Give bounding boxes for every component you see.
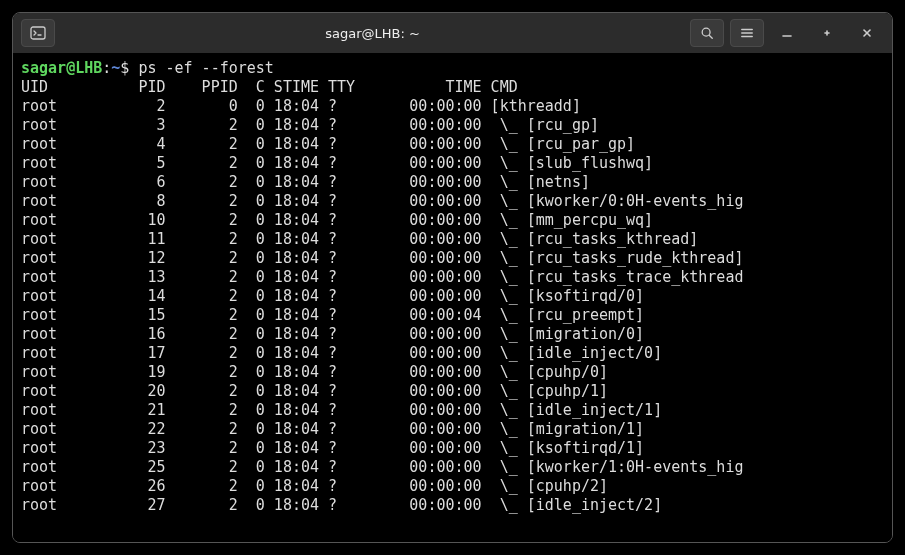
ps-row: root 15 2 0 18:04 ? 00:00:04 \_ [rcu_pre…: [21, 306, 884, 325]
ps-row: root 17 2 0 18:04 ? 00:00:00 \_ [idle_in…: [21, 344, 884, 363]
ps-row: root 21 2 0 18:04 ? 00:00:00 \_ [idle_in…: [21, 401, 884, 420]
maximize-icon: [821, 27, 833, 39]
command-text: ps -ef --forest: [138, 59, 273, 77]
svg-rect-0: [31, 27, 45, 39]
ps-row: root 14 2 0 18:04 ? 00:00:00 \_ [ksoftir…: [21, 287, 884, 306]
window-title: sagar@LHB: ~: [61, 26, 684, 41]
ps-row: root 13 2 0 18:04 ? 00:00:00 \_ [rcu_tas…: [21, 268, 884, 287]
terminal-icon: [30, 25, 46, 41]
new-tab-button[interactable]: [21, 19, 55, 47]
ps-row: root 23 2 0 18:04 ? 00:00:00 \_ [ksoftir…: [21, 439, 884, 458]
prompt-line: sagar@LHB:~$ ps -ef --forest: [21, 59, 884, 78]
close-button[interactable]: [850, 19, 884, 47]
ps-row: root 5 2 0 18:04 ? 00:00:00 \_ [slub_flu…: [21, 154, 884, 173]
titlebar: sagar@LHB: ~: [13, 13, 892, 53]
prompt-dollar: $: [120, 59, 138, 77]
ps-row: root 20 2 0 18:04 ? 00:00:00 \_ [cpuhp/1…: [21, 382, 884, 401]
prompt-host: @LHB: [66, 59, 102, 77]
ps-row: root 25 2 0 18:04 ? 00:00:00 \_ [kworker…: [21, 458, 884, 477]
svg-line-3: [709, 35, 712, 38]
ps-row: root 4 2 0 18:04 ? 00:00:00 \_ [rcu_par_…: [21, 135, 884, 154]
ps-row: root 11 2 0 18:04 ? 00:00:00 \_ [rcu_tas…: [21, 230, 884, 249]
search-icon: [700, 26, 714, 40]
prompt-user: sagar: [21, 59, 66, 77]
ps-row: root 6 2 0 18:04 ? 00:00:00 \_ [netns]: [21, 173, 884, 192]
prompt-colon: :: [102, 59, 111, 77]
minimize-button[interactable]: [770, 19, 804, 47]
prompt-path: ~: [111, 59, 120, 77]
ps-row: root 12 2 0 18:04 ? 00:00:00 \_ [rcu_tas…: [21, 249, 884, 268]
ps-row: root 10 2 0 18:04 ? 00:00:00 \_ [mm_perc…: [21, 211, 884, 230]
search-button[interactable]: [690, 19, 724, 47]
ps-row: root 19 2 0 18:04 ? 00:00:00 \_ [cpuhp/0…: [21, 363, 884, 382]
close-icon: [861, 27, 873, 39]
ps-row: root 16 2 0 18:04 ? 00:00:00 \_ [migrati…: [21, 325, 884, 344]
ps-row: root 8 2 0 18:04 ? 00:00:00 \_ [kworker/…: [21, 192, 884, 211]
menu-button[interactable]: [730, 19, 764, 47]
ps-header: UID PID PPID C STIME TTY TIME CMD: [21, 78, 884, 97]
maximize-button[interactable]: [810, 19, 844, 47]
hamburger-icon: [740, 26, 754, 40]
ps-row: root 27 2 0 18:04 ? 00:00:00 \_ [idle_in…: [21, 496, 884, 515]
ps-row: root 3 2 0 18:04 ? 00:00:00 \_ [rcu_gp]: [21, 116, 884, 135]
ps-row: root 26 2 0 18:04 ? 00:00:00 \_ [cpuhp/2…: [21, 477, 884, 496]
minimize-icon: [781, 27, 793, 39]
ps-row: root 2 0 0 18:04 ? 00:00:00 [kthreadd]: [21, 97, 884, 116]
ps-row: root 22 2 0 18:04 ? 00:00:00 \_ [migrati…: [21, 420, 884, 439]
terminal-window: sagar@LHB: ~: [12, 12, 893, 543]
terminal-output[interactable]: sagar@LHB:~$ ps -ef --forestUID PID PPID…: [13, 53, 892, 542]
